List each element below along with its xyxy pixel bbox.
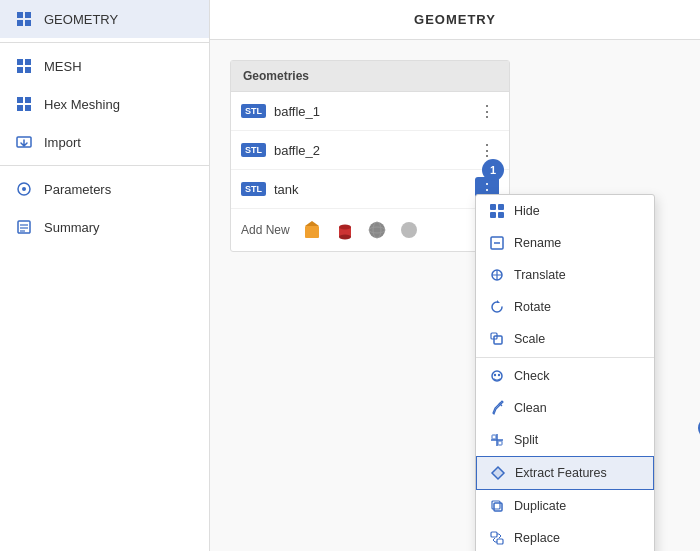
- menu-item-rotate[interactable]: Rotate: [476, 291, 654, 323]
- divider-1: [0, 42, 209, 43]
- menu-item-translate[interactable]: Translate: [476, 259, 654, 291]
- stl-badge-1: STL: [241, 104, 266, 118]
- sidebar-item-import[interactable]: Import: [0, 123, 209, 161]
- main-header: GEOMETRY: [210, 0, 700, 40]
- main-content: GEOMETRY 1 Geometries STL baffle_1 ⋮ STL…: [210, 0, 700, 551]
- svg-rect-8: [17, 97, 23, 103]
- svg-rect-47: [494, 503, 502, 511]
- divider-2: [0, 165, 209, 166]
- sidebar-item-parameters[interactable]: Parameters: [0, 170, 209, 208]
- context-menu-trigger-1[interactable]: ⋮: [475, 99, 499, 123]
- svg-rect-50: [497, 539, 503, 544]
- scale-icon: [488, 330, 506, 348]
- menu-item-check[interactable]: Check: [476, 360, 654, 392]
- diamond-icon: [489, 464, 507, 482]
- menu-check-label: Check: [514, 369, 549, 383]
- menu-item-scale[interactable]: Scale: [476, 323, 654, 355]
- sidebar-item-mesh[interactable]: MESH: [0, 47, 209, 85]
- svg-rect-6: [17, 67, 23, 73]
- mesh-icon: [14, 56, 34, 76]
- svg-rect-9: [25, 97, 31, 103]
- sidebar-item-geometry[interactable]: GEOMETRY: [0, 0, 209, 38]
- svg-rect-10: [17, 105, 23, 111]
- svg-rect-4: [17, 59, 23, 65]
- menu-extract-label: Extract Features: [515, 466, 607, 480]
- svg-rect-43: [492, 435, 496, 439]
- split-icon: [488, 431, 506, 449]
- stl-badge-3: STL: [241, 182, 266, 196]
- import-icon: [14, 132, 34, 152]
- geo-name-2: baffle_2: [274, 143, 475, 158]
- svg-rect-28: [490, 204, 496, 210]
- svg-rect-36: [494, 336, 502, 344]
- sidebar-item-hex-meshing[interactable]: Hex Meshing: [0, 85, 209, 123]
- menu-item-extract-features[interactable]: Extract Features: [476, 456, 654, 490]
- svg-rect-29: [498, 204, 504, 210]
- sidebar-parameters-label: Parameters: [44, 182, 111, 197]
- menu-rename-label: Rename: [514, 236, 561, 250]
- sidebar-hex-label: Hex Meshing: [44, 97, 120, 112]
- menu-duplicate-label: Duplicate: [514, 499, 566, 513]
- geometry-panel: Geometries STL baffle_1 ⋮ STL baffle_2 ⋮…: [230, 60, 510, 252]
- svg-point-23: [339, 235, 351, 240]
- menu-item-split[interactable]: Split: [476, 424, 654, 456]
- sidebar-item-summary[interactable]: Summary: [0, 208, 209, 246]
- add-new-label: Add New: [241, 223, 290, 237]
- menu-divider-1: [476, 357, 654, 358]
- replace-icon: [488, 529, 506, 547]
- svg-rect-48: [492, 501, 500, 509]
- svg-rect-1: [25, 12, 31, 18]
- geometry-icon: [14, 9, 34, 29]
- menu-item-replace[interactable]: Replace: [476, 522, 654, 551]
- geo-name-1: baffle_1: [274, 104, 475, 119]
- table-row: STL tank ⋮: [231, 170, 509, 209]
- svg-rect-49: [491, 532, 497, 537]
- sidebar-import-label: Import: [44, 135, 81, 150]
- summary-icon: [14, 217, 34, 237]
- table-row: STL baffle_1 ⋮: [231, 92, 509, 131]
- svg-rect-5: [25, 59, 31, 65]
- sidebar-summary-label: Summary: [44, 220, 100, 235]
- panel-header: Geometries: [231, 61, 509, 92]
- menu-item-rename[interactable]: Rename: [476, 227, 654, 259]
- svg-rect-30: [490, 212, 496, 218]
- duplicate-icon: [488, 497, 506, 515]
- hex-meshing-icon: [14, 94, 34, 114]
- translate-icon: [488, 266, 506, 284]
- menu-item-hide[interactable]: Hide: [476, 195, 654, 227]
- sidebar: GEOMETRY MESH Hex Meshing: [0, 0, 210, 551]
- menu-clean-label: Clean: [514, 401, 547, 415]
- add-sphere-button[interactable]: [364, 217, 390, 243]
- svg-marker-46: [492, 467, 504, 479]
- menu-replace-label: Replace: [514, 531, 560, 545]
- menu-item-clean[interactable]: Clean: [476, 392, 654, 424]
- menu-rotate-label: Rotate: [514, 300, 551, 314]
- parameters-icon: [14, 179, 34, 199]
- svg-rect-0: [17, 12, 23, 18]
- check-icon: [488, 367, 506, 385]
- svg-point-14: [22, 187, 26, 191]
- menu-translate-label: Translate: [514, 268, 566, 282]
- svg-rect-44: [498, 441, 502, 445]
- svg-point-40: [498, 374, 500, 376]
- svg-rect-11: [25, 105, 31, 111]
- menu-item-duplicate[interactable]: Duplicate: [476, 490, 654, 522]
- table-row: STL baffle_2 ⋮: [231, 131, 509, 170]
- add-box-button[interactable]: [300, 217, 326, 243]
- svg-marker-35: [497, 300, 500, 303]
- add-diamond-button[interactable]: [396, 217, 422, 243]
- sidebar-mesh-label: MESH: [44, 59, 82, 74]
- menu-hide-label: Hide: [514, 204, 540, 218]
- sidebar-geometry-label: GEOMETRY: [44, 12, 118, 27]
- svg-point-24: [369, 222, 385, 238]
- menu-scale-label: Scale: [514, 332, 545, 346]
- rotate-icon: [488, 298, 506, 316]
- hide-icon: [488, 202, 506, 220]
- clean-icon: [488, 399, 506, 417]
- geo-name-3: tank: [274, 182, 475, 197]
- main-body: 1 Geometries STL baffle_1 ⋮ STL baffle_2…: [210, 40, 700, 272]
- stl-badge-2: STL: [241, 143, 266, 157]
- add-cylinder-button[interactable]: [332, 217, 358, 243]
- rename-icon: [488, 234, 506, 252]
- badge-1: 1: [482, 159, 504, 181]
